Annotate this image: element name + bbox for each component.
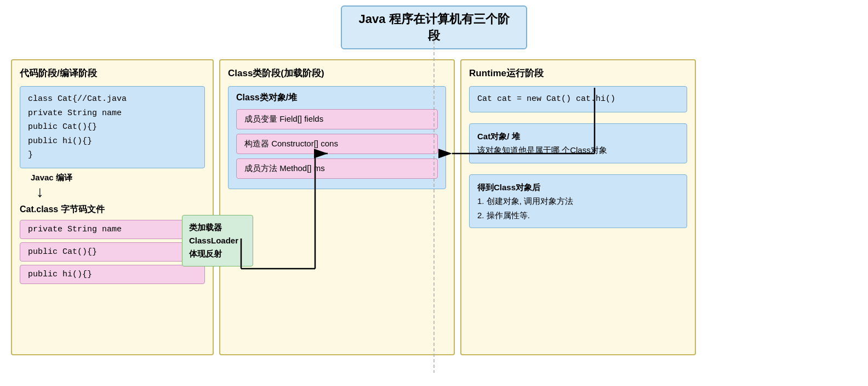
- bytecode-item-1: public Cat(){}: [20, 242, 205, 262]
- page-title: Java 程序在计算机有三个阶段: [341, 5, 527, 49]
- classloader-line3: 体现反射: [189, 249, 222, 258]
- left-stage-panel: 代码阶段/编译阶段 class Cat{//Cat.java private S…: [11, 59, 214, 355]
- classfile-title: Cat.class 字节码文件: [20, 204, 205, 215]
- classloader-box: 类加载器 ClassLoader 体现反射: [182, 215, 253, 266]
- classloader-line1: 类加载器: [189, 223, 222, 232]
- class-result-box: 得到Class对象后 1. 创建对象, 调用对象方法 2. 操作属性等.: [469, 174, 687, 229]
- middle-stage-title: Class类阶段(加载阶段): [228, 67, 446, 80]
- result-title: 得到Class对象后: [477, 183, 540, 192]
- down-arrow-icon: ↓: [36, 184, 44, 200]
- bytecode-item-2: public hi(){}: [20, 265, 205, 284]
- class-obj-panel: Class类对象/堆 成员变量 Field[] fields 构造器 Const…: [228, 86, 446, 189]
- classloader-line2: ClassLoader: [189, 236, 238, 245]
- source-code-box: class Cat{//Cat.java private String name…: [20, 86, 205, 168]
- cat-obj-box: Cat对象/ 堆 该对象知道他是属于哪 个Class对象: [469, 123, 687, 163]
- javac-label: Javac 编译: [31, 173, 72, 183]
- result-item-1: 2. 操作属性等.: [477, 211, 530, 220]
- class-obj-title: Class类对象/堆: [236, 92, 438, 104]
- runtime-code-box: Cat cat = new Cat() cat.hi(): [469, 86, 687, 112]
- cat-obj-title: Cat对象/ 堆: [477, 132, 520, 141]
- middle-stage-panel: Class类阶段(加载阶段) Class类对象/堆 成员变量 Field[] f…: [219, 59, 455, 355]
- right-stage-title: Runtime运行阶段: [469, 67, 687, 80]
- field-row-2: 成员方法 Method[] ms: [236, 158, 438, 179]
- left-stage-title: 代码阶段/编译阶段: [20, 67, 205, 80]
- bytecode-item-0: private String name: [20, 220, 205, 239]
- result-item-0: 1. 创建对象, 调用对象方法: [477, 196, 573, 206]
- field-row-0: 成员变量 Field[] fields: [236, 109, 438, 129]
- cat-obj-desc: 该对象知道他是属于哪 个Class对象: [477, 145, 607, 155]
- field-row-1: 构造器 Constructor[] cons: [236, 134, 438, 154]
- javac-section: Javac 编译 ↓: [31, 173, 205, 200]
- right-stage-panel: Runtime运行阶段 Cat cat = new Cat() cat.hi()…: [460, 59, 696, 355]
